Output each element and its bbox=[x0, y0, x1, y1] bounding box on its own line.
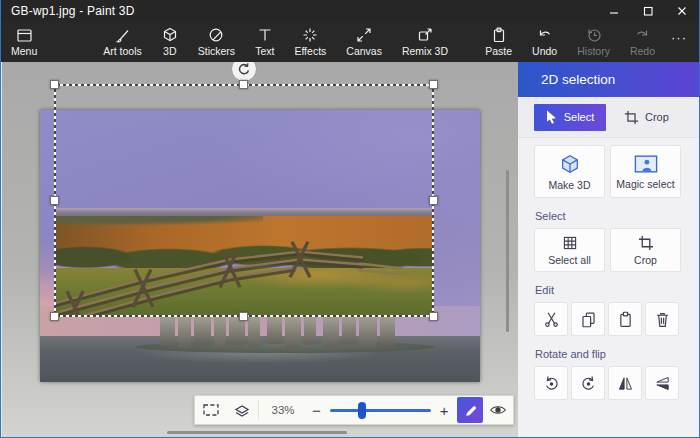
toolbar-item-canvas[interactable]: Canvas bbox=[336, 22, 392, 62]
rotate-icon bbox=[237, 62, 251, 76]
art-tools-icon bbox=[115, 28, 131, 43]
resize-handle-mid-left[interactable] bbox=[50, 196, 59, 205]
zoom-slider-thumb[interactable] bbox=[358, 402, 366, 419]
paste-icon bbox=[617, 311, 634, 328]
zoom-slider[interactable] bbox=[326, 396, 435, 424]
tab-select-label: Select bbox=[564, 111, 595, 123]
zoom-slider-track bbox=[330, 409, 431, 412]
zoom-level-value: 33% bbox=[259, 404, 307, 416]
delete-button[interactable] bbox=[645, 302, 679, 336]
resize-handle-top-center[interactable] bbox=[239, 80, 248, 89]
stickers-icon bbox=[208, 27, 224, 43]
window-title: GB-wp1.jpg - Paint 3D bbox=[1, 4, 135, 18]
resize-handle-bottom-left[interactable] bbox=[50, 312, 59, 321]
rotate-left-button[interactable] bbox=[534, 366, 568, 400]
cube-3d-icon bbox=[162, 27, 178, 43]
drawing-mode-button[interactable] bbox=[457, 397, 483, 423]
resize-handle-top-left[interactable] bbox=[50, 80, 59, 89]
select-cards: Select all Crop bbox=[518, 228, 700, 272]
undo-button[interactable]: Undo bbox=[522, 22, 567, 62]
selection-box[interactable] bbox=[54, 84, 434, 317]
menu-icon bbox=[16, 28, 33, 43]
resize-handle-bottom-right[interactable] bbox=[429, 312, 438, 321]
cut-icon bbox=[543, 311, 560, 328]
see-more-button[interactable]: ··· bbox=[665, 30, 699, 55]
magic-select-icon bbox=[634, 154, 658, 174]
show-canvas-button[interactable] bbox=[227, 396, 259, 424]
toolbar-item-remix-3d[interactable]: Remix 3D bbox=[392, 22, 458, 62]
resize-handle-top-right[interactable] bbox=[429, 80, 438, 89]
pen-icon bbox=[463, 403, 477, 417]
copy-button[interactable] bbox=[571, 302, 605, 336]
action-cards: Make 3D Magic select bbox=[518, 138, 700, 198]
crop-button[interactable]: Crop bbox=[610, 228, 681, 272]
cut-button[interactable] bbox=[534, 302, 568, 336]
text-icon bbox=[257, 27, 273, 43]
remix-3d-icon bbox=[417, 27, 433, 43]
toolbar-item-effects[interactable]: Effects bbox=[284, 22, 336, 62]
window-controls bbox=[597, 0, 699, 22]
tab-select[interactable]: Select bbox=[534, 104, 606, 131]
flip-horizontal-button[interactable] bbox=[608, 366, 642, 400]
delete-icon bbox=[654, 311, 671, 328]
flip-vertical-button[interactable] bbox=[645, 366, 679, 400]
toolbar-item-text[interactable]: Text bbox=[245, 22, 284, 62]
crop-icon bbox=[624, 110, 639, 125]
history-icon bbox=[586, 27, 602, 43]
panel-title: 2D selection bbox=[518, 62, 700, 97]
rotate-flip-buttons bbox=[518, 366, 700, 400]
select-cursor-icon bbox=[546, 110, 558, 124]
crop-label: Crop bbox=[634, 254, 657, 266]
redo-icon bbox=[634, 27, 650, 43]
fit-to-window-icon bbox=[202, 402, 220, 418]
toolbar-right-group: Paste Undo History Redo ··· bbox=[475, 22, 699, 62]
rotate-right-button[interactable] bbox=[571, 366, 605, 400]
flip-vertical-icon bbox=[654, 375, 671, 392]
horizontal-scrollbar[interactable] bbox=[167, 431, 347, 434]
toolbar-item-art-tools[interactable]: Art tools bbox=[93, 22, 152, 62]
minimize-icon bbox=[608, 5, 620, 17]
effects-icon bbox=[302, 27, 318, 43]
titlebar: GB-wp1.jpg - Paint 3D bbox=[1, 0, 699, 22]
view-mode-button[interactable] bbox=[483, 397, 513, 423]
undo-icon bbox=[537, 27, 553, 43]
crop-icon bbox=[638, 235, 654, 251]
standing-stones bbox=[158, 317, 426, 351]
toolbar-item-stickers[interactable]: Stickers bbox=[188, 22, 245, 62]
zoom-in-button[interactable]: + bbox=[435, 402, 454, 419]
select-all-label: Select all bbox=[548, 254, 591, 266]
resize-handle-mid-right[interactable] bbox=[429, 196, 438, 205]
resize-handle-bottom-center[interactable] bbox=[239, 312, 248, 321]
magic-select-button[interactable]: Magic select bbox=[610, 145, 681, 198]
canvas-layers-icon bbox=[233, 402, 251, 418]
maximize-button[interactable] bbox=[631, 0, 665, 22]
toolbar-item-3d[interactable]: 3D bbox=[152, 22, 188, 62]
select-section-label: Select bbox=[518, 198, 700, 228]
vertical-scrollbar[interactable] bbox=[506, 170, 509, 332]
redo-button[interactable]: Redo bbox=[620, 22, 665, 62]
canvas-icon bbox=[356, 27, 372, 43]
zoom-statusbar: 33% − + bbox=[194, 395, 514, 425]
fit-to-window-button[interactable] bbox=[195, 396, 227, 424]
canvas-area[interactable]: 33% − + bbox=[2, 62, 518, 437]
close-icon bbox=[676, 5, 688, 17]
make-3d-label: Make 3D bbox=[548, 179, 590, 191]
flip-horizontal-icon bbox=[617, 375, 634, 392]
copy-icon bbox=[580, 311, 597, 328]
minimize-button[interactable] bbox=[597, 0, 631, 22]
menu-button[interactable]: Menu bbox=[1, 22, 47, 62]
tab-crop[interactable]: Crop bbox=[624, 110, 669, 125]
tab-crop-label: Crop bbox=[645, 111, 669, 123]
paste-button-panel[interactable] bbox=[608, 302, 642, 336]
history-button[interactable]: History bbox=[567, 22, 620, 62]
paint3d-window: GB-wp1.jpg - Paint 3D Menu Art tools 3D bbox=[0, 0, 700, 438]
paste-button[interactable]: Paste bbox=[475, 22, 522, 62]
close-button[interactable] bbox=[665, 0, 699, 22]
eye-icon bbox=[489, 403, 507, 417]
select-all-button[interactable]: Select all bbox=[534, 228, 605, 272]
make-3d-cube-icon bbox=[559, 153, 581, 175]
make-3d-button[interactable]: Make 3D bbox=[534, 145, 605, 198]
zoom-out-button[interactable]: − bbox=[307, 402, 326, 419]
select-all-icon bbox=[562, 235, 578, 251]
rotate-handle[interactable] bbox=[231, 62, 257, 82]
